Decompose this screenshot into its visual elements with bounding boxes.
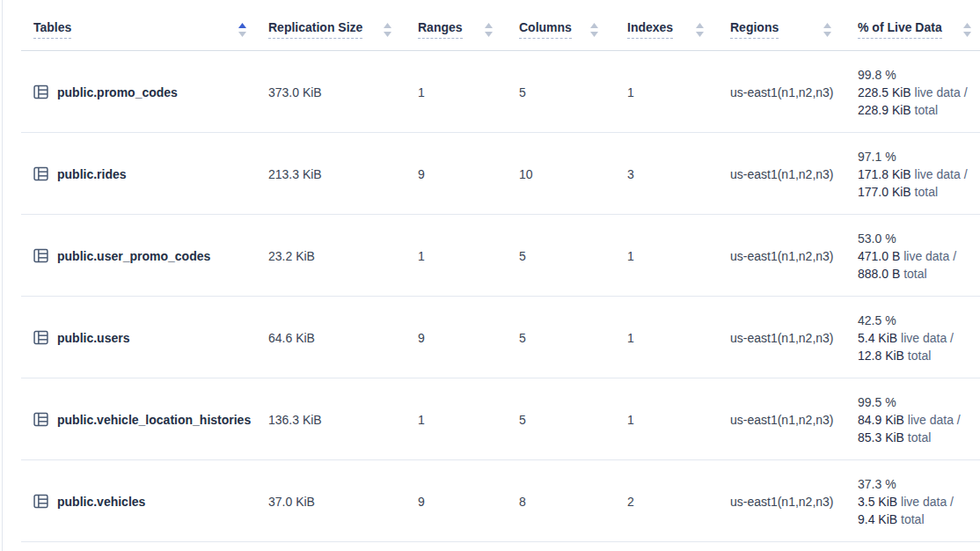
column-header-tables[interactable]: Tables	[0, 0, 255, 51]
table-icon	[33, 84, 48, 99]
live-data-cell: 42.5 % 5.4 KiB live data / 12.8 KiB tota…	[840, 297, 980, 378]
indexes-cell: 1	[607, 215, 713, 297]
table-name-link[interactable]: public.promo_codes	[57, 85, 178, 99]
live-bytes-line: 171.8 KiB live data /	[858, 165, 968, 183]
live-percent: 97.1 %	[858, 148, 896, 165]
total-bytes-line: 12.8 KiB total	[858, 347, 931, 364]
sort-icon[interactable]	[590, 23, 598, 37]
ranges-cell: 9	[400, 133, 501, 215]
table-name-link[interactable]: public.vehicles	[57, 495, 145, 509]
regions-cell: us-east1(n1,n2,n3)	[713, 378, 840, 460]
live-bytes-line: 471.0 B live data /	[858, 247, 956, 265]
tables-page: Tables Replication Size Ranges Columns	[0, 0, 980, 551]
regions-cell: us-east1(n1,n2,n3)	[713, 460, 840, 542]
column-header-live-data[interactable]: % of Live Data	[840, 0, 980, 51]
columns-cell: 5	[501, 378, 607, 460]
total-bytes-line: 228.9 KiB total	[858, 101, 938, 119]
ranges-cell: 9	[400, 297, 501, 378]
replication-size-cell: 213.3 KiB	[255, 133, 400, 215]
live-data-cell: 37.3 % 3.5 KiB live data / 9.4 KiB total	[840, 460, 980, 542]
ranges-cell: 1	[400, 215, 501, 297]
live-percent: 99.8 %	[858, 66, 896, 84]
tables-table: Tables Replication Size Ranges Columns	[0, 0, 980, 542]
ranges-cell: 1	[400, 378, 501, 460]
indexes-cell: 2	[607, 460, 713, 542]
table-icon	[33, 412, 48, 427]
total-bytes-line: 888.0 B total	[858, 265, 927, 283]
live-bytes-line: 5.4 KiB live data /	[858, 329, 954, 347]
table-name-cell: public.vehicles	[0, 460, 255, 542]
table-row[interactable]: public.rides 213.3 KiB 9 10 3 us-east1(n…	[0, 133, 980, 215]
total-bytes-line: 9.4 KiB total	[858, 511, 925, 528]
live-percent: 42.5 %	[858, 312, 896, 329]
columns-cell: 5	[501, 297, 607, 378]
total-bytes-line: 177.0 KiB total	[858, 183, 938, 201]
column-header-label: % of Live Data	[858, 20, 942, 39]
sort-icon[interactable]	[384, 23, 391, 37]
live-percent: 37.3 %	[858, 475, 896, 493]
replication-size-cell: 37.0 KiB	[255, 460, 400, 542]
replication-size-cell: 136.3 KiB	[255, 378, 400, 460]
column-header-label: Regions	[730, 20, 779, 39]
live-bytes-line: 3.5 KiB live data /	[858, 493, 954, 511]
live-percent: 99.5 %	[858, 393, 896, 411]
sort-icon[interactable]	[485, 23, 493, 37]
ranges-cell: 9	[400, 460, 501, 542]
column-header-label: Tables	[33, 20, 71, 39]
column-header-ranges[interactable]: Ranges	[400, 0, 501, 51]
table-row[interactable]: public.vehicle_location_histories 136.3 …	[0, 378, 980, 460]
columns-cell: 8	[501, 460, 607, 542]
table-name-cell: public.rides	[0, 133, 255, 215]
column-header-label: Indexes	[627, 20, 673, 39]
table-icon	[33, 166, 48, 181]
live-bytes-line: 84.9 KiB live data /	[858, 411, 961, 429]
sort-icon[interactable]	[963, 23, 971, 37]
replication-size-cell: 23.2 KiB	[255, 215, 400, 297]
table-name-link[interactable]: public.rides	[57, 167, 127, 181]
table-name-link[interactable]: public.user_promo_codes	[57, 249, 210, 263]
ranges-cell: 1	[400, 51, 501, 133]
column-header-columns[interactable]: Columns	[501, 0, 607, 51]
indexes-cell: 3	[607, 133, 713, 215]
column-header-replication-size[interactable]: Replication Size	[255, 0, 400, 51]
regions-cell: us-east1(n1,n2,n3)	[713, 133, 840, 215]
column-header-regions[interactable]: Regions	[713, 0, 840, 51]
live-bytes-line: 228.5 KiB live data /	[858, 84, 968, 101]
columns-cell: 5	[501, 215, 607, 297]
total-bytes-line: 85.3 KiB total	[858, 429, 931, 446]
table-header-row: Tables Replication Size Ranges Columns	[0, 0, 980, 51]
regions-cell: us-east1(n1,n2,n3)	[713, 215, 840, 297]
table-icon	[33, 330, 48, 345]
replication-size-cell: 64.6 KiB	[255, 297, 400, 378]
live-data-cell: 53.0 % 471.0 B live data / 888.0 B total	[840, 215, 980, 297]
regions-cell: us-east1(n1,n2,n3)	[713, 297, 840, 378]
table-name-cell: public.users	[0, 297, 255, 378]
columns-cell: 5	[501, 51, 607, 133]
table-name-cell: public.promo_codes	[0, 51, 255, 133]
indexes-cell: 1	[607, 297, 713, 378]
table-row[interactable]: public.vehicles 37.0 KiB 9 8 2 us-east1(…	[0, 460, 980, 542]
table-name-link[interactable]: public.vehicle_location_histories	[57, 413, 251, 427]
table-name-cell: public.vehicle_location_histories	[0, 378, 255, 460]
table-name-link[interactable]: public.users	[57, 331, 129, 345]
table-icon	[33, 494, 48, 509]
sort-icon[interactable]	[823, 23, 831, 37]
table-row[interactable]: public.promo_codes 373.0 KiB 1 5 1 us-ea…	[0, 51, 980, 133]
table-row[interactable]: public.users 64.6 KiB 9 5 1 us-east1(n1,…	[0, 297, 980, 378]
column-header-indexes[interactable]: Indexes	[607, 0, 713, 51]
table-name-cell: public.user_promo_codes	[0, 215, 255, 297]
indexes-cell: 1	[607, 378, 713, 460]
live-data-cell: 99.5 % 84.9 KiB live data / 85.3 KiB tot…	[840, 378, 980, 460]
column-header-label: Columns	[519, 20, 572, 39]
indexes-cell: 1	[607, 51, 713, 133]
live-data-cell: 99.8 % 228.5 KiB live data / 228.9 KiB t…	[840, 51, 980, 133]
replication-size-cell: 373.0 KiB	[255, 51, 400, 133]
column-header-label: Ranges	[418, 20, 463, 39]
column-header-label: Replication Size	[268, 20, 362, 39]
live-data-cell: 97.1 % 171.8 KiB live data / 177.0 KiB t…	[840, 133, 980, 215]
sort-icon[interactable]	[238, 23, 246, 37]
columns-cell: 10	[501, 133, 607, 215]
table-row[interactable]: public.user_promo_codes 23.2 KiB 1 5 1 u…	[0, 215, 980, 297]
live-percent: 53.0 %	[858, 230, 896, 247]
sort-icon[interactable]	[696, 23, 704, 37]
